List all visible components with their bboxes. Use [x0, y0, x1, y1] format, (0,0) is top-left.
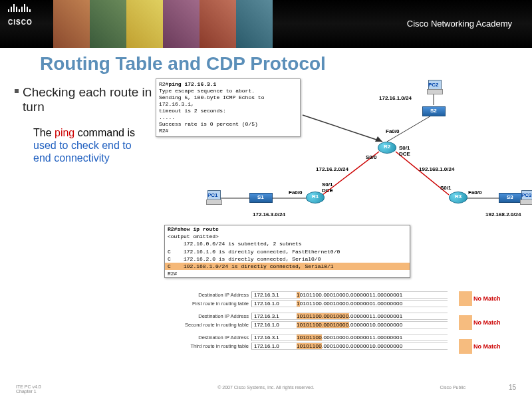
r1-label: R1 [312, 194, 319, 200]
m-r5-bin: 10101100.00010000.00000011.00000001 [295, 334, 448, 341]
dce-r1: DCE [322, 188, 333, 194]
s3-label: S3 [507, 194, 513, 200]
m-r1-ip: 172.16.3.1 [251, 291, 295, 299]
footer-page-number: 15 [509, 384, 516, 391]
t2-l5: C 172.16.2.0 is directly connected, Seri… [165, 255, 410, 263]
r2-label: R2 [384, 144, 390, 150]
footer-left: ITE PC v4.0 Chapter 1 [16, 384, 41, 394]
net1-label: 172.16.1.0/24 [379, 95, 412, 101]
t2-l4: C 172.16.1.0 is directly connected, Fast… [165, 248, 410, 255]
m-r1-bin: 10101100.00010000.00000011.00000001 [295, 291, 448, 299]
pc2-label: PC2 [428, 82, 439, 88]
slide-header: CISCO Cisco Networking Academy [0, 0, 532, 48]
m-r5-label: Destination IP Address [173, 334, 251, 340]
cisco-brand-text: CISCO [8, 19, 33, 26]
bullet-marker-icon [15, 89, 19, 93]
m-r3-bin: 10101100.00010000.00000011.00000001 [295, 313, 448, 320]
m-r4-bin: 10101100.00010000.00000010.00000000 [295, 321, 448, 329]
network-diagram: PC1 S1 R1 R2 S2 PC2 R3 S3 PC3 172.16.1.0… [173, 78, 532, 225]
pc3-label: PC3 [521, 192, 532, 198]
bullet-subtext: The ping command is used to check end to… [33, 126, 143, 165]
footer-course: ITE PC v4.0 [16, 384, 41, 389]
m-r2-ip: 172.16.1.0 [251, 300, 295, 307]
footer-copyright: © 2007 Cisco Systems, Inc. All rights re… [217, 385, 315, 390]
slide-title: Routing Table and CDP Protocol [40, 53, 326, 74]
slide-footer: ITE PC v4.0 Chapter 1 © 2007 Cisco Syste… [0, 378, 532, 394]
s01-r3: S0/1 [440, 185, 451, 191]
m-r5-ip: 172.16.3.1 [251, 334, 295, 341]
m-r6-label: Third route in routing table [173, 343, 251, 349]
t2-l1: R2#show ip route [165, 225, 410, 233]
t1-prompt: R2# [159, 81, 168, 87]
m-r4-label: Second route in routing table [173, 322, 251, 328]
fa00-r2: Fa0/0 [386, 128, 399, 134]
nomatch-1: No Match [473, 295, 501, 302]
net3-label: 192.168.1.0/24 [419, 166, 454, 172]
bullet-point: Checking each route in turn [23, 85, 156, 114]
fa00-r3: Fa0/0 [468, 190, 481, 196]
academy-label: Cisco Networking Academy [407, 19, 512, 29]
net4-label: 172.16.3.0/24 [253, 211, 285, 217]
route-terminal: R2#show ip route <output omitted> 172.16… [164, 225, 410, 278]
s00-r2: S0/0 [366, 154, 376, 160]
t2-l6: C 192.168.1.0/24 is directly connected, … [165, 263, 410, 270]
nomatch-3: No Match [473, 343, 501, 350]
pc1-label: PC1 [207, 192, 218, 198]
t2-l3: 172.16.0.0/24 is subnetted, 2 subnets [165, 240, 410, 247]
m-r4-ip: 172.16.1.0 [251, 321, 295, 329]
diagram-links [173, 78, 532, 225]
dce-r2: DCE [399, 151, 410, 157]
footer-chapter: Chapter 1 [16, 389, 41, 394]
m-r3-ip: 172.16.3.1 [251, 313, 295, 320]
s1-label: S1 [257, 194, 264, 200]
net2-label: 172.16.2.0/24 [316, 166, 348, 172]
m-r6-ip: 172.16.1.0 [251, 342, 295, 350]
nomatch-2: No Match [473, 319, 501, 326]
m-r6-bin: 10101100.00010000.00000010.00000000 [295, 342, 448, 350]
cisco-logo-icon [8, 4, 31, 13]
m-r2-bin: 10101100.00010000.00000001.00000000 [295, 300, 448, 307]
m-r3-label: Destination IP Address [173, 313, 251, 319]
t2-l7: R2# [165, 270, 410, 277]
subtext-prefix: The [33, 127, 55, 138]
bullet-text: Checking each route in turn [23, 85, 156, 114]
s01-r1: S0/1 [322, 182, 332, 188]
m-r1-label: Destination IP Address [173, 292, 251, 298]
fa00-r1: Fa0/0 [289, 190, 302, 196]
t2-l2: <output omitted> [165, 233, 410, 240]
s2-label: S2 [430, 108, 437, 114]
net5-label: 192.168.2.0/24 [485, 211, 521, 217]
r3-label: R3 [455, 194, 462, 200]
m-r2-label: First route in routing table [173, 301, 251, 307]
subtext-mid: command is [74, 127, 135, 138]
subtext-ping: ping [55, 127, 74, 138]
s01-r2: S0/1 [399, 145, 410, 151]
header-faces [53, 0, 273, 48]
subtext-blue: used to check end to end connectivity [33, 140, 132, 164]
route-match-table: Destination IP Address 172.16.3.1 101011… [173, 291, 448, 351]
footer-classification: Cisco Public [440, 385, 466, 390]
